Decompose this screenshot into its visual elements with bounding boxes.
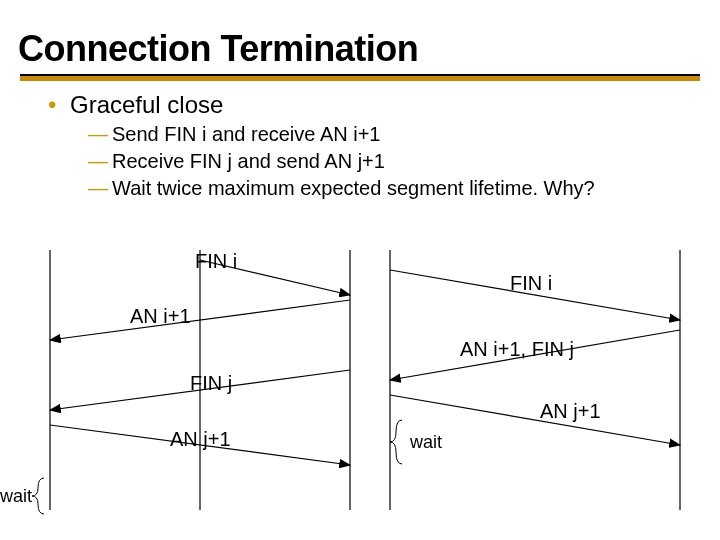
label-fin-i-right: FIN i <box>510 272 552 295</box>
label-an-i1-fin-j: AN i+1, FIN j <box>460 338 574 361</box>
label-wait-left: wait <box>0 486 32 507</box>
label-fin-j-left: FIN j <box>190 372 232 395</box>
label-an-j1-left: AN j+1 <box>170 428 231 451</box>
slide-title: Connection Termination <box>18 28 720 70</box>
divider-gold <box>20 76 700 81</box>
bullet-list: Graceful close Send FIN i and receive AN… <box>48 91 720 202</box>
label-an-i1-left: AN i+1 <box>130 305 191 328</box>
diagram-svg <box>30 250 690 530</box>
label-fin-i-left: FIN i <box>195 250 237 273</box>
sub-bullet: Send FIN i and receive AN i+1 <box>88 121 720 148</box>
sub-bullet: Wait twice maximum expected segment life… <box>88 175 720 202</box>
bullet-main: Graceful close <box>48 91 720 119</box>
sequence-diagram: FIN i AN i+1 FIN j AN j+1 wait FIN i AN … <box>30 250 690 530</box>
label-wait-right: wait <box>410 432 442 453</box>
sub-bullet: Receive FIN j and send AN j+1 <box>88 148 720 175</box>
label-an-j1-right: AN j+1 <box>540 400 601 423</box>
